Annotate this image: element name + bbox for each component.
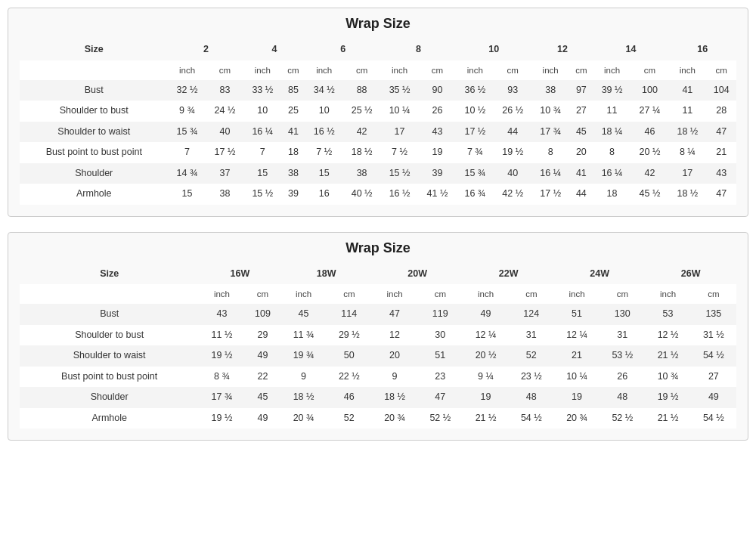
table1-cell-r2-c6-inch: 18 ¼	[593, 122, 631, 143]
table2-cell-r1-c2-inch: 12	[372, 325, 417, 346]
table1-cell-r3-c1-cm: 18	[281, 142, 305, 163]
table1-cell-r2-c2-cm: 42	[343, 122, 381, 143]
table1-cell-r0-c3-cm: 90	[418, 80, 456, 101]
table2-cell-r5-c3-cm: 54 ½	[509, 408, 554, 429]
table2-cell-r0-c5-inch: 53	[645, 304, 690, 325]
table1-cell-r0-c7-inch: 41	[668, 80, 706, 101]
table1-cell-r5-c5-cm: 44	[569, 184, 593, 205]
size-6: 6	[305, 39, 381, 60]
table1-row-label-3: Bust point to bust point	[20, 142, 169, 163]
table2-cell-r5-c4-inch: 20 ¾	[554, 408, 600, 429]
table2-cell-r5-c0-inch: 19 ½	[199, 408, 244, 429]
table1-cell-r1-c1-cm: 25	[281, 101, 305, 122]
size-14: 14	[593, 39, 669, 60]
table1-cell-r3-c6-inch: 8	[593, 142, 631, 163]
table1-cell-r5-c2-inch: 16	[305, 184, 343, 205]
table2-cell-r1-c1-inch: 11 ¾	[280, 325, 326, 346]
table2-row-2: Shoulder to waist19 ½4919 ¾50205120 ½522…	[20, 345, 736, 367]
table2-cell-r3-c0-inch: 8 ¾	[199, 367, 244, 388]
table1-cell-r3-c0-cm: 17 ½	[206, 142, 243, 163]
table1-row-0: Bust32 ½8333 ½8534 ½8835 ½9036 ½93389739…	[20, 80, 736, 101]
table1-cell-r4-c1-cm: 38	[281, 163, 305, 184]
table2-row-label-2: Shoulder to waist	[20, 345, 199, 367]
table2-cell-r3-c3-inch: 9 ¼	[463, 367, 508, 388]
table2-cell-r4-c0-cm: 45	[245, 387, 281, 408]
unit-cm-5: cm	[494, 60, 531, 80]
table2-cell-r2-c4-inch: 21	[554, 345, 600, 367]
unit2-cm-4: cm	[509, 284, 554, 304]
size-header-row: Size 2 4 6 8 10 12 14 16	[20, 39, 736, 60]
table2-cell-r0-c1-cm: 114	[327, 304, 372, 325]
table1-row-1: Shoulder to bust9 ¾24 ½10251025 ½10 ¼261…	[20, 101, 736, 122]
table1-row-label-2: Shoulder to waist	[20, 122, 169, 143]
size-10: 10	[456, 39, 531, 60]
table1-cell-r1-c3-cm: 26	[418, 101, 456, 122]
table1-cell-r5-c1-cm: 39	[281, 184, 305, 205]
size-8: 8	[381, 39, 457, 60]
table1-cell-r2-c5-cm: 45	[569, 122, 593, 143]
table2-cell-r2-c5-cm: 54 ½	[691, 345, 736, 367]
table1-cell-r0-c4-cm: 93	[494, 80, 531, 101]
table1-cell-r4-c0-cm: 37	[206, 163, 243, 184]
table2-cell-r5-c5-inch: 21 ½	[645, 408, 690, 429]
table1-cell-r5-c6-cm: 45 ½	[631, 184, 669, 205]
unit-cm-2: cm	[281, 60, 305, 80]
table2-cell-r2-c3-inch: 20 ½	[463, 345, 508, 367]
table2-row-label-3: Bust point to bust point	[20, 367, 199, 388]
table2-cell-r1-c5-inch: 12 ½	[645, 325, 690, 346]
table1-cell-r1-c0-cm: 24 ½	[206, 101, 243, 122]
table1-cell-r1-c1-inch: 10	[243, 101, 281, 122]
table2-row-1: Shoulder to bust11 ½2911 ¾29 ½123012 ¼31…	[20, 325, 736, 346]
table1-cell-r4-c6-cm: 42	[631, 163, 669, 184]
table2-cell-r5-c0-cm: 49	[245, 408, 281, 429]
unit-cm-8: cm	[706, 60, 736, 80]
table2-container: Wrap Size Size 16W 18W 20W 22W 24W 26W i…	[8, 232, 748, 441]
table1-cell-r2-c0-cm: 40	[206, 122, 243, 143]
table2-cell-r3-c5-inch: 10 ¾	[645, 367, 690, 388]
table2-cell-r2-c0-cm: 49	[245, 345, 281, 367]
table1-cell-r3-c3-cm: 19	[418, 142, 456, 163]
table2-row-5: Armhole19 ½4920 ¾5220 ¾52 ½21 ½54 ½20 ¾5…	[20, 408, 736, 429]
table2-title: Wrap Size	[20, 240, 736, 256]
size-26w: 26W	[645, 264, 736, 285]
table2: Size 16W 18W 20W 22W 24W 26W inch cm inc…	[20, 264, 736, 429]
table2-cell-r3-c4-cm: 26	[600, 367, 645, 388]
table2-cell-r1-c0-inch: 11 ½	[199, 325, 244, 346]
table1-cell-r3-c4-cm: 19 ½	[494, 142, 531, 163]
unit2-cm-3: cm	[417, 284, 463, 304]
table2-cell-r3-c1-inch: 9	[280, 367, 326, 388]
unit-inch-7: inch	[593, 60, 631, 80]
table2-cell-r4-c2-inch: 18 ½	[372, 387, 417, 408]
unit2-inch-3: inch	[372, 284, 417, 304]
table1-body: Bust32 ½8333 ½8534 ½8835 ½9036 ½93389739…	[20, 80, 736, 205]
unit-cm-7: cm	[631, 60, 669, 80]
table1-cell-r4-c2-inch: 15	[305, 163, 343, 184]
table1-cell-r2-c7-inch: 18 ½	[668, 122, 706, 143]
unit2-cm-5: cm	[600, 284, 645, 304]
unit2-inch-6: inch	[645, 284, 690, 304]
table2-cell-r0-c4-cm: 130	[600, 304, 645, 325]
table2-cell-r2-c2-inch: 20	[372, 345, 417, 367]
table2-cell-r1-c0-cm: 29	[245, 325, 281, 346]
table1-row-2: Shoulder to waist15 ¾4016 ¼4116 ½4217431…	[20, 122, 736, 143]
empty-cell2	[20, 284, 199, 304]
table2-cell-r1-c5-cm: 31 ½	[691, 325, 736, 346]
table2-cell-r4-c1-cm: 46	[327, 387, 372, 408]
table1-row-label-5: Armhole	[20, 184, 169, 205]
table2-row-label-0: Bust	[20, 304, 199, 325]
unit-cm-6: cm	[569, 60, 593, 80]
unit2-inch-4: inch	[463, 284, 508, 304]
unit2-header-row: inch cm inch cm inch cm inch cm inch cm …	[20, 284, 736, 304]
table1-cell-r2-c5-inch: 17 ¾	[531, 122, 569, 143]
table1-cell-r0-c5-inch: 38	[531, 80, 569, 101]
table1: Size 2 4 6 8 10 12 14 16 inch cm inch cm…	[20, 39, 736, 205]
table1-cell-r4-c6-inch: 16 ¼	[593, 163, 631, 184]
table1-cell-r1-c5-cm: 27	[569, 101, 593, 122]
table1-cell-r2-c2-inch: 16 ½	[305, 122, 343, 143]
table1-cell-r1-c2-cm: 25 ½	[343, 101, 381, 122]
unit-cm-4: cm	[418, 60, 456, 80]
table2-row-label-1: Shoulder to bust	[20, 325, 199, 346]
table1-cell-r1-c7-inch: 11	[668, 101, 706, 122]
table2-cell-r4-c0-inch: 17 ¾	[199, 387, 244, 408]
table2-cell-r5-c4-cm: 52 ½	[600, 408, 645, 429]
